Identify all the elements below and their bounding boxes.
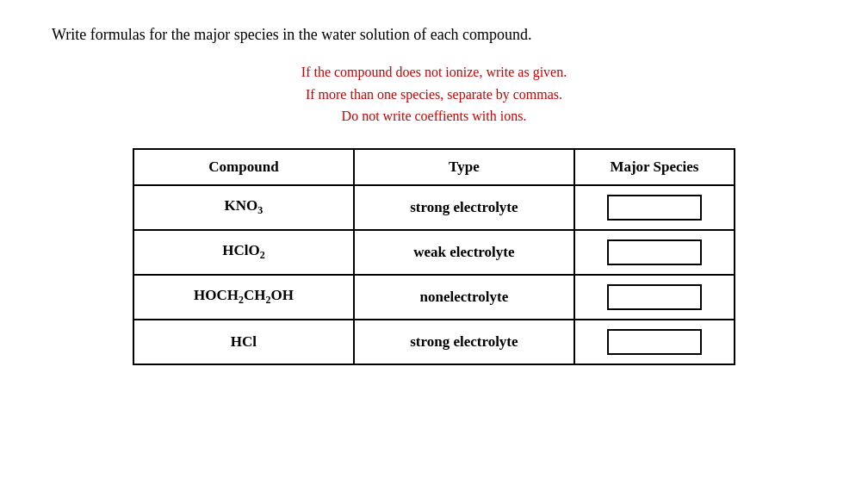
compound-hclo2: HClO2	[133, 230, 354, 275]
compound-kno3: KNO3	[133, 185, 354, 230]
instruction-line-3: Do not write coeffients with ions.	[52, 105, 816, 127]
table-row: HOCH2CH2OH nonelectrolyte	[133, 275, 735, 320]
species-kno3[interactable]	[574, 185, 735, 230]
main-question: Write formulas for the major species in …	[52, 26, 532, 44]
compound-hoch2ch2oh: HOCH2CH2OH	[133, 275, 354, 320]
type-hclo2: weak electrolyte	[354, 230, 574, 275]
table-row: KNO3 strong electrolyte	[133, 185, 735, 230]
species-input-kno3[interactable]	[607, 195, 702, 221]
type-hcl: strong electrolyte	[354, 320, 574, 364]
header-compound: Compound	[133, 149, 354, 185]
instruction-line-1: If the compound does not ionize, write a…	[52, 61, 816, 84]
header-species: Major Species	[574, 149, 735, 185]
type-kno3: strong electrolyte	[354, 185, 574, 230]
species-input-hoch2ch2oh[interactable]	[607, 284, 702, 310]
instructions-block: If the compound does not ionize, write a…	[52, 61, 816, 127]
header-type: Type	[354, 149, 574, 185]
type-hoch2ch2oh: nonelectrolyte	[354, 275, 574, 320]
table-row: HClO2 weak electrolyte	[133, 230, 735, 275]
species-hclo2[interactable]	[574, 230, 735, 275]
table-row: HCl strong electrolyte	[133, 320, 735, 364]
species-hoch2ch2oh[interactable]	[574, 275, 735, 320]
species-input-hclo2[interactable]	[607, 239, 702, 265]
species-input-hcl[interactable]	[607, 329, 702, 355]
compounds-table: Compound Type Major Species KNO3 strong …	[133, 148, 735, 365]
instruction-line-2: If more than one species, separate by co…	[52, 84, 816, 106]
table-header-row: Compound Type Major Species	[133, 149, 735, 185]
table-container: Compound Type Major Species KNO3 strong …	[133, 148, 735, 365]
species-hcl[interactable]	[574, 320, 735, 364]
compound-hcl: HCl	[133, 320, 354, 364]
